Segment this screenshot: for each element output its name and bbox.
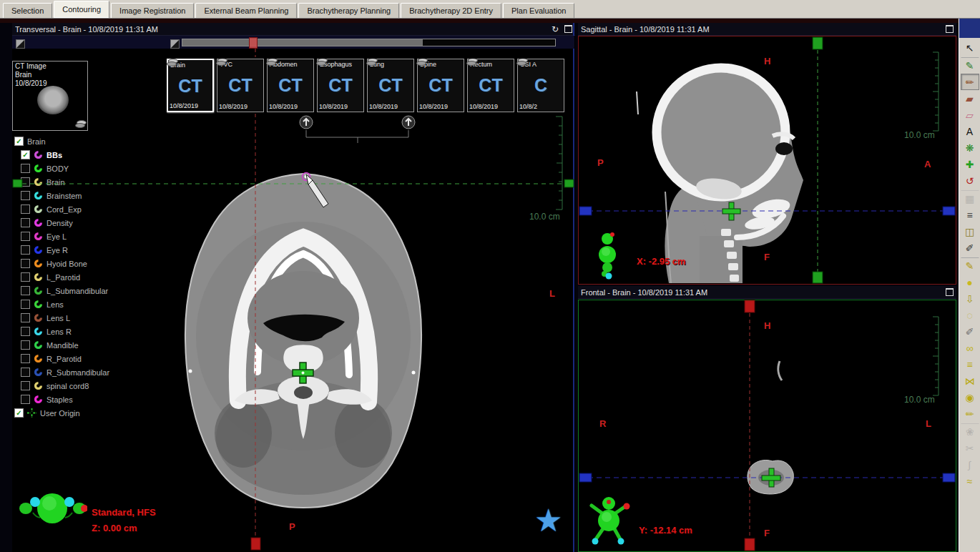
structure-checkbox[interactable] bbox=[21, 340, 30, 350]
shape-tool[interactable]: ▱ bbox=[961, 107, 979, 123]
structure-row[interactable]: Mandible bbox=[14, 338, 165, 352]
window-level-icon[interactable] bbox=[16, 39, 25, 49]
structure-row[interactable]: L_Submandibular bbox=[14, 284, 165, 297]
structure-checkbox[interactable] bbox=[21, 204, 30, 214]
maximize-icon[interactable] bbox=[946, 288, 954, 296]
series-thumbnail[interactable]: Brain CT 10/8/2019 bbox=[167, 59, 214, 112]
hook-tool[interactable]: ∫ bbox=[961, 456, 979, 473]
module-tab[interactable]: External Beam Planning bbox=[195, 3, 297, 18]
user-origin-row[interactable]: User Origin bbox=[14, 406, 165, 420]
module-tab[interactable]: Plan Evaluation bbox=[503, 3, 574, 18]
series-thumbnail[interactable]: Esophagus CT 10/8/2019 bbox=[317, 59, 364, 112]
structure-checkbox[interactable] bbox=[21, 177, 30, 187]
tool-glyph-icon: ▰ bbox=[966, 93, 974, 104]
structure-row[interactable]: BBs bbox=[14, 148, 165, 162]
series-thumbnail[interactable]: Spine CT 10/8/2019 bbox=[417, 59, 464, 112]
structure-checkbox[interactable] bbox=[21, 272, 30, 282]
structure-row[interactable]: Brain bbox=[14, 175, 165, 189]
structure-set-root[interactable]: Brain bbox=[14, 134, 165, 148]
reorder-tool[interactable]: ⇩ bbox=[961, 290, 979, 307]
structure-checkbox[interactable] bbox=[21, 381, 30, 390]
structure-row[interactable]: BODY bbox=[14, 162, 165, 175]
margin-blob-tool[interactable]: ● bbox=[961, 274, 979, 290]
structure-checkbox[interactable] bbox=[21, 313, 30, 322]
structure-checkbox[interactable] bbox=[21, 259, 30, 268]
structure-row[interactable]: L_Parotid bbox=[14, 270, 165, 284]
structure-row[interactable]: Hyoid Bone bbox=[14, 257, 165, 270]
structure-row[interactable]: Density bbox=[14, 216, 165, 230]
structure-checkbox[interactable] bbox=[21, 218, 30, 227]
paint-fill-tool[interactable]: ❋ bbox=[961, 139, 979, 156]
structure-checkbox[interactable] bbox=[21, 232, 30, 241]
structure-checkbox[interactable] bbox=[21, 354, 30, 363]
sphere-tool[interactable]: ◉ bbox=[961, 389, 979, 405]
maximize-icon[interactable] bbox=[946, 25, 954, 33]
module-tab[interactable]: Brachytherapy 2D Entry bbox=[401, 3, 501, 18]
structure-row[interactable]: R_Parotid bbox=[14, 352, 165, 365]
structure-checkbox[interactable] bbox=[21, 191, 30, 200]
structure-row[interactable]: Lens bbox=[14, 297, 165, 311]
series-thumbnail[interactable]: Lung CT 10/8/2019 bbox=[367, 59, 414, 112]
structure-row[interactable]: Staples bbox=[14, 393, 165, 406]
brush-tool[interactable]: ✏ bbox=[961, 74, 979, 90]
cut-tool[interactable]: ✂ bbox=[961, 440, 979, 456]
sagittal-header[interactable]: Sagittal - Brain - 10/8/2019 11:31 AM bbox=[578, 23, 956, 36]
highlighter-tool[interactable]: ✎ bbox=[961, 257, 979, 274]
structure-checkbox[interactable] bbox=[21, 286, 30, 295]
structure-manager-tool[interactable]: ◫ bbox=[961, 223, 979, 240]
maximize-icon[interactable] bbox=[564, 25, 572, 33]
structure-row[interactable]: spinal cord8 bbox=[14, 379, 165, 393]
interpolate-tool[interactable]: ⋈ bbox=[961, 373, 979, 389]
structure-row[interactable]: Cord_Exp bbox=[14, 202, 165, 216]
pencil-tool[interactable]: ✎ bbox=[961, 57, 979, 74]
sculpt-pen-tool[interactable]: ✐ bbox=[961, 323, 979, 340]
rotate-tool[interactable]: ↺ bbox=[961, 172, 979, 189]
structure-checkbox[interactable] bbox=[21, 164, 30, 173]
marker-pen-tool[interactable]: ✐ bbox=[961, 240, 979, 256]
module-tab[interactable]: Brachytherapy Planning bbox=[298, 3, 399, 18]
merge-tool[interactable]: ∞ bbox=[961, 340, 979, 356]
stack-tool[interactable]: ≡ bbox=[961, 356, 979, 373]
refresh-icon[interactable]: ↻ bbox=[552, 24, 559, 34]
image-info-card[interactable]: CT Image Brain 10/8/2019 bbox=[12, 61, 88, 131]
series-thumbnail[interactable]: CSI A C 10/8/2 bbox=[517, 59, 564, 112]
structure-row[interactable]: Lens R bbox=[14, 325, 165, 338]
structure-set-label: Brain bbox=[27, 137, 46, 146]
structure-checkbox[interactable] bbox=[21, 368, 30, 377]
bookmark-star-icon[interactable]: ★ bbox=[534, 502, 562, 538]
frontal-header[interactable]: Frontal - Brain - 10/8/2019 11:31 AM bbox=[578, 286, 956, 299]
structure-set-checkbox[interactable] bbox=[14, 137, 24, 146]
structure-row[interactable]: Eye R bbox=[14, 243, 165, 257]
structure-row[interactable]: R_Submandibular bbox=[14, 365, 165, 379]
structure-checkbox[interactable] bbox=[21, 245, 30, 255]
transversal-header[interactable]: Transversal - Brain - 10/8/2019 11:31 AM… bbox=[12, 23, 575, 36]
eraser-tool[interactable]: ▰ bbox=[961, 90, 979, 107]
module-tab[interactable]: Image Registration bbox=[111, 3, 194, 18]
structure-checkbox[interactable] bbox=[21, 300, 30, 309]
structure-checkbox[interactable] bbox=[21, 327, 30, 336]
structure-row[interactable]: Brainstem bbox=[14, 189, 165, 202]
add-point-tool[interactable]: ✚ bbox=[961, 156, 979, 172]
arc-signal-tool[interactable]: ≈ bbox=[961, 473, 979, 489]
module-tab[interactable]: Contouring bbox=[54, 1, 109, 18]
circle-roi-tool[interactable]: ◌ bbox=[961, 307, 979, 323]
structure-row[interactable]: Lens L bbox=[14, 311, 165, 325]
level-adjust-tool[interactable]: ≡ bbox=[961, 207, 979, 223]
brush-3d-tool[interactable]: ✏ bbox=[961, 405, 979, 422]
structure-checkbox[interactable] bbox=[21, 395, 30, 404]
tool-glyph-icon: ◌ bbox=[966, 310, 972, 321]
module-tab[interactable]: Selection bbox=[3, 3, 52, 18]
smooth-tool[interactable]: ❀ bbox=[961, 423, 979, 440]
window-level-icon[interactable] bbox=[170, 39, 180, 49]
text-tool[interactable]: A bbox=[961, 123, 979, 139]
slice-slider-handle[interactable] bbox=[249, 37, 258, 49]
structure-checkbox[interactable] bbox=[21, 150, 30, 159]
pointer-tool[interactable]: ↖ bbox=[961, 39, 979, 56]
slice-slider-track[interactable] bbox=[182, 39, 556, 46]
series-thumbnail[interactable]: TVC CT 10/8/2019 bbox=[217, 59, 264, 112]
series-thumbnail[interactable]: Abdomen CT 10/8/2019 bbox=[267, 59, 314, 112]
series-thumbnail[interactable]: Rectum CT 10/8/2019 bbox=[467, 59, 514, 112]
user-origin-checkbox[interactable] bbox=[14, 408, 24, 418]
structure-row[interactable]: Eye L bbox=[14, 230, 165, 243]
image-tool[interactable]: ▦ bbox=[961, 190, 979, 207]
